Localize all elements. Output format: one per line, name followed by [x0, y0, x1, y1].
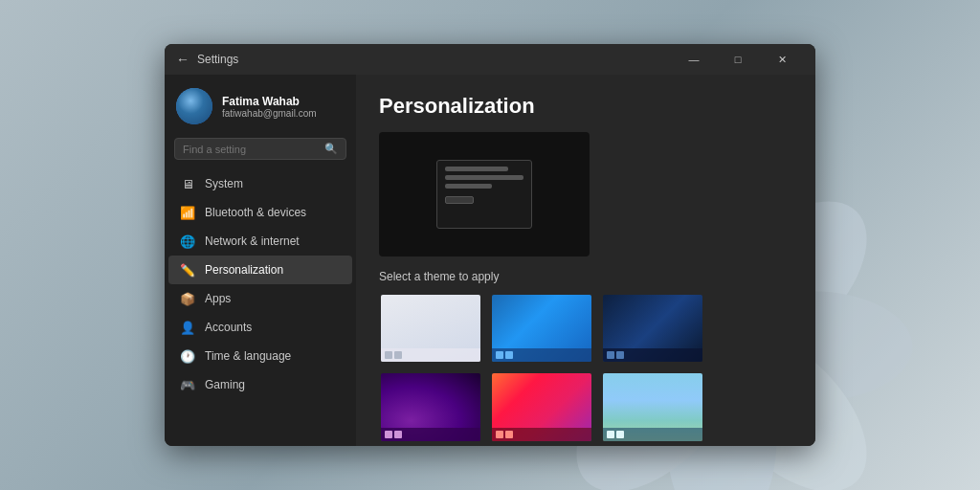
theme-blue-bloom-bg [492, 295, 591, 362]
sidebar-item-network-label: Network & internet [205, 234, 300, 248]
sidebar-item-gaming-label: Gaming [205, 378, 245, 391]
theme-taskbar [603, 348, 702, 362]
taskbar-dot [616, 351, 624, 359]
taskbar-dot [496, 431, 503, 438]
profile-info: Fatima Wahab fatiwahab@gmail.com [222, 95, 317, 119]
profile-email: fatiwahab@gmail.com [222, 108, 317, 119]
theme-purple-glow-bg [381, 373, 480, 440]
theme-card-blue-bloom[interactable] [490, 293, 593, 364]
profile-name: Fatima Wahab [222, 95, 317, 108]
taskbar-dot [496, 351, 503, 359]
titlebar: ← Settings — □ ✕ [165, 44, 815, 75]
avatar [176, 88, 212, 124]
theme-card-flower[interactable] [490, 371, 593, 442]
taskbar-dot [607, 351, 614, 359]
system-icon: 🖥 [180, 176, 195, 191]
close-button[interactable]: ✕ [760, 44, 804, 75]
settings-window: ← Settings — □ ✕ Fatima Wahab fatiwahab@… [165, 44, 815, 446]
taskbar-dot [505, 351, 513, 359]
taskbar-dot [616, 431, 624, 438]
sidebar-item-network[interactable]: 🌐 Network & internet [168, 227, 352, 256]
taskbar-dot [607, 431, 614, 438]
window-controls: — □ ✕ [672, 44, 804, 75]
sidebar-item-apps-label: Apps [205, 292, 231, 305]
back-button[interactable]: ← [176, 52, 189, 67]
sidebar-item-time-label: Time & language [205, 349, 291, 363]
apps-icon: 📦 [180, 291, 195, 306]
bluetooth-icon: 📶 [180, 205, 195, 220]
theme-taskbar [492, 348, 591, 362]
theme-card-light[interactable] [379, 293, 482, 364]
theme-taskbar [603, 428, 702, 441]
taskbar-dot [385, 351, 392, 359]
theme-card-dark-blue[interactable] [601, 293, 704, 364]
theme-taskbar [381, 348, 480, 362]
theme-light-bg [381, 295, 480, 362]
time-icon: 🕐 [180, 348, 195, 364]
theme-flower-bg [492, 373, 591, 440]
page-title: Personalization [379, 94, 792, 119]
personalization-icon: ✏️ [180, 262, 195, 278]
sidebar: Fatima Wahab fatiwahab@gmail.com 🔍 🖥 Sys… [165, 75, 356, 446]
taskbar-dot [394, 431, 402, 438]
sidebar-item-bluetooth-label: Bluetooth & devices [205, 206, 306, 219]
accounts-icon: 👤 [180, 320, 195, 335]
preview-window [436, 160, 532, 229]
section-label: Select a theme to apply [379, 270, 792, 283]
nav-items: 🖥 System 📶 Bluetooth & devices 🌐 Network… [165, 169, 356, 438]
main-content: Personalization Select a theme to apply [356, 75, 815, 446]
theme-taskbar [492, 428, 591, 441]
minimize-button[interactable]: — [672, 44, 716, 75]
theme-dark-blue-bg [603, 295, 702, 362]
network-icon: 🌐 [180, 234, 195, 249]
sidebar-item-time[interactable]: 🕐 Time & language [168, 342, 352, 370]
theme-taskbar [381, 428, 480, 441]
sidebar-item-personalization-label: Personalization [205, 263, 283, 277]
sidebar-item-personalization[interactable]: ✏️ Personalization [168, 256, 352, 284]
preview-line-3 [445, 184, 492, 189]
window-title: Settings [197, 53, 672, 66]
themes-grid [379, 293, 704, 443]
preview-button [445, 196, 474, 204]
sidebar-item-system[interactable]: 🖥 System [168, 169, 352, 198]
taskbar-dot [385, 431, 392, 438]
sidebar-item-accounts[interactable]: 👤 Accounts [168, 313, 352, 342]
sidebar-item-apps[interactable]: 📦 Apps [168, 284, 352, 313]
theme-preview [379, 132, 590, 256]
search-input[interactable] [183, 144, 319, 155]
theme-card-purple-glow[interactable] [379, 371, 482, 442]
window-body: Fatima Wahab fatiwahab@gmail.com 🔍 🖥 Sys… [165, 75, 815, 446]
theme-landscape-bg [603, 373, 702, 440]
preview-line-1 [445, 167, 508, 171]
search-box[interactable]: 🔍 [174, 138, 346, 160]
preview-line-2 [445, 175, 523, 180]
maximize-button[interactable]: □ [716, 44, 760, 75]
theme-card-landscape[interactable] [601, 371, 704, 442]
search-icon: 🔍 [324, 143, 338, 155]
profile-section[interactable]: Fatima Wahab fatiwahab@gmail.com [165, 75, 356, 134]
sidebar-item-bluetooth[interactable]: 📶 Bluetooth & devices [168, 198, 352, 227]
sidebar-item-accounts-label: Accounts [205, 321, 252, 334]
taskbar-dot [505, 431, 513, 438]
taskbar-dot [394, 351, 402, 359]
sidebar-item-system-label: System [205, 177, 243, 190]
sidebar-item-gaming[interactable]: 🎮 Gaming [168, 370, 352, 399]
gaming-icon: 🎮 [180, 377, 195, 392]
